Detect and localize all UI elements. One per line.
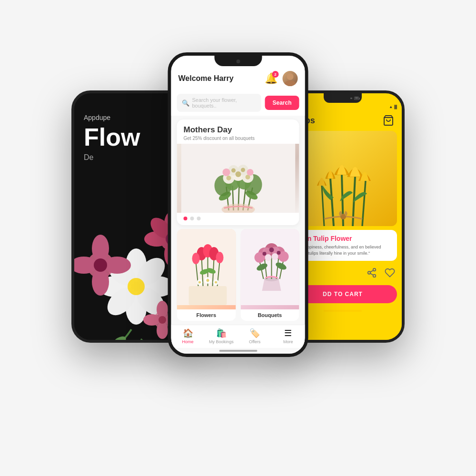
svg-point-30 <box>111 335 128 343</box>
app-sub: De <box>84 153 93 162</box>
banner-card: Mothers Day Get 25% discount on all bouq… <box>177 119 299 225</box>
svg-point-26 <box>157 322 168 339</box>
notification-badge: 2 <box>272 71 279 78</box>
svg-point-94 <box>271 253 278 260</box>
svg-point-29 <box>159 316 166 324</box>
flowers-card[interactable]: Flowers <box>177 229 236 321</box>
bottom-nav: 🏠 Home 🛍️ My Bookings 🏷️ Offers ☰ More <box>171 325 305 348</box>
svg-point-27 <box>143 314 160 326</box>
banner-image <box>177 144 299 213</box>
bouquets-image <box>240 229 299 309</box>
camera <box>236 60 240 63</box>
product-title: bbon Tulip Flower <box>295 235 390 242</box>
flowers-label: Flowers <box>177 309 236 321</box>
search-input-wrap[interactable]: 🔍 Search your flower, bouquets.. <box>177 94 261 112</box>
svg-point-77 <box>207 279 209 282</box>
svg-rect-60 <box>189 286 227 305</box>
home-indicator-right <box>324 310 362 312</box>
svg-point-33 <box>285 80 296 86</box>
banner-title: Mothers Day <box>184 125 293 135</box>
home-icon: 🏠 <box>183 328 193 338</box>
center-screen: Welcome Harry 🔔 2 🔍 Search your flower, … <box>171 66 305 354</box>
svg-point-109 <box>373 268 376 271</box>
battery-status: ▓ <box>394 105 397 109</box>
svg-point-69 <box>192 253 200 264</box>
svg-point-20 <box>92 268 109 296</box>
header-icons: 🔔 2 <box>265 71 298 86</box>
notification-bell[interactable]: 🔔 2 <box>265 72 278 85</box>
search-placeholder-text: Search your flower, bouquets.. <box>192 97 257 109</box>
svg-point-32 <box>287 73 294 80</box>
home-indicator-left <box>114 340 152 342</box>
bouquets-label: Bouquets <box>240 309 299 321</box>
product-description: ent happiness, cheerfulness, and en beli… <box>295 244 390 256</box>
svg-point-54 <box>231 169 236 173</box>
app-name-big: Flow <box>84 124 140 151</box>
nav-bookings-label: My Bookings <box>209 339 234 344</box>
offers-icon: 🏷️ <box>249 328 260 338</box>
nav-bookings[interactable]: 🛍️ My Bookings <box>205 328 238 344</box>
left-notch <box>114 93 152 102</box>
svg-point-93 <box>265 254 271 261</box>
dots-row <box>177 213 299 225</box>
heart-icon[interactable] <box>385 268 395 280</box>
share-icon[interactable] <box>367 268 377 280</box>
svg-point-70 <box>216 252 224 263</box>
phone-center: Welcome Harry 🔔 2 🔍 Search your flower, … <box>168 52 308 357</box>
svg-line-113 <box>370 270 373 272</box>
svg-point-25 <box>157 301 168 318</box>
brand-text: Appdupe <box>84 114 110 121</box>
svg-point-110 <box>368 271 371 274</box>
center-notch <box>214 56 262 66</box>
svg-point-56 <box>222 169 230 176</box>
svg-point-55 <box>241 168 245 172</box>
dot-2 <box>190 217 194 220</box>
banner-text-area: Mothers Day Get 25% discount on all bouq… <box>177 119 299 144</box>
svg-point-51 <box>226 176 231 180</box>
search-icon: 🔍 <box>182 99 189 107</box>
nav-home-label: Home <box>182 339 194 344</box>
grid-section: Flowers <box>177 229 299 321</box>
svg-point-111 <box>373 275 376 278</box>
svg-point-96 <box>269 248 274 252</box>
welcome-text: Welcome Harry <box>178 74 234 83</box>
nav-more[interactable]: ☰ More <box>271 328 305 344</box>
svg-point-76 <box>198 281 201 284</box>
wifi-icon: ▲ <box>389 105 393 109</box>
signal-bar <box>350 98 352 99</box>
search-button[interactable]: Search <box>265 96 299 110</box>
dot-3 <box>197 217 201 220</box>
more-icon: ☰ <box>284 328 292 338</box>
svg-point-95 <box>262 252 266 256</box>
user-avatar[interactable] <box>283 71 298 86</box>
battery-icon <box>354 97 359 100</box>
bookings-icon: 🛍️ <box>216 328 227 338</box>
phones-container: Appdupe Flow De <box>71 33 405 443</box>
svg-point-19 <box>92 235 109 262</box>
dot-1 <box>184 217 188 220</box>
home-indicator-center <box>219 350 257 352</box>
svg-point-97 <box>277 251 280 255</box>
nav-offers[interactable]: 🏷️ Offers <box>238 328 271 344</box>
flowers-image <box>177 229 236 309</box>
nav-home[interactable]: 🏠 Home <box>171 328 205 344</box>
svg-point-23 <box>94 258 107 272</box>
center-header: Welcome Harry 🔔 2 <box>171 66 305 90</box>
svg-rect-79 <box>240 229 299 305</box>
svg-point-78 <box>215 281 217 284</box>
svg-point-52 <box>235 171 241 177</box>
nav-more-label: More <box>283 339 293 344</box>
svg-point-57 <box>247 169 253 176</box>
svg-line-112 <box>370 274 373 276</box>
bag-icon[interactable] <box>382 114 395 127</box>
bouquets-card[interactable]: Bouquets <box>240 229 299 321</box>
search-bar: 🔍 Search your flower, bouquets.. Search <box>171 90 305 116</box>
svg-point-9 <box>128 278 145 295</box>
banner-subtitle: Get 25% discount on all bouquets <box>184 136 293 141</box>
nav-offers-label: Offers <box>249 339 260 344</box>
svg-point-22 <box>103 257 131 274</box>
right-notch <box>324 93 362 103</box>
